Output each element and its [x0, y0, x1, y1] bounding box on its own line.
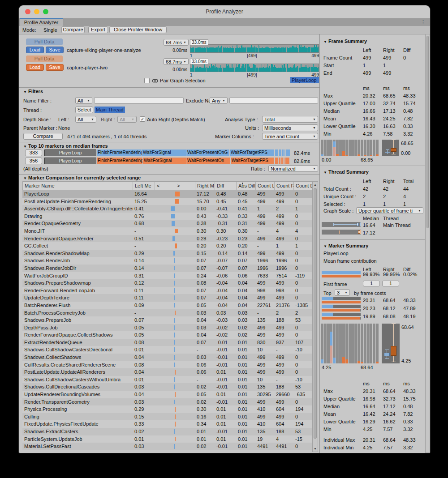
table-row[interactable]: Shadows.PrepareJob0.070.04-0.030.0313518…: [22, 316, 312, 324]
column-header[interactable]: Count R: [275, 182, 294, 190]
table-row[interactable]: Shadows.CollectShadows0.040.03-0.010.014…: [22, 354, 312, 361]
table-row[interactable]: Assembly-CSharp.dll!::Collectable.OnTrig…: [22, 205, 312, 213]
table-row[interactable]: BatchRenderer.Flush0.090.05-0.040.042276…: [22, 302, 312, 309]
frame-number-button[interactable]: 356: [25, 158, 42, 164]
thread-summary-header[interactable]: ▼ Thread Summary: [323, 169, 369, 175]
frame-time-graph-right[interactable]: [190, 64, 319, 72]
table-row[interactable]: Render.TransparentGeometry0.030.02-0.010…: [22, 398, 312, 406]
table-row[interactable]: Mono.JIT-0.300.300.30-44: [22, 227, 312, 235]
scroll-up-icon[interactable]: ▲: [313, 183, 318, 186]
table-row[interactable]: Shadows.RenderShadowMap0.290.15-0.140.14…: [22, 250, 312, 257]
top10-header[interactable]: ▼ Top 10 markers on median frames: [23, 143, 108, 149]
top10-bar[interactable]: PlayerLoopFinishFrameRenderingWaitForSig…: [44, 158, 292, 164]
table-row[interactable]: Physics.Processing0.290.300.010.01410604…: [22, 405, 312, 413]
column-header[interactable]: <: [155, 182, 175, 190]
units-dropdown[interactable]: Milliseconds▼: [262, 124, 318, 131]
column-header[interactable]: Abs Diff: [237, 182, 256, 190]
table-row[interactable]: ParticleSystem.UpdateJob0.010.010.010.01…: [22, 435, 312, 443]
frame-time-graph-left[interactable]: [190, 44, 319, 53]
exclude-mode-dropdown[interactable]: Any▼: [210, 97, 228, 104]
mode-compare-button[interactable]: Compare: [61, 26, 85, 33]
marker-columns-dropdown[interactable]: Time and Count▼: [262, 133, 318, 140]
auto-right-checkbox[interactable]: ✓: [140, 116, 145, 122]
table-row[interactable]: Culling0.150.160.010.014994990: [22, 413, 312, 421]
table-row[interactable]: Drawing0.760.43-0.330.334994990: [22, 213, 312, 220]
frame-number-button[interactable]: 383: [25, 149, 42, 156]
frame-range-dropdown-left[interactable]: 68.7ms▼: [164, 39, 189, 46]
table-row[interactable]: RenderForwardOpaque.Render0.510.28-0.230…: [22, 235, 312, 243]
frame-summary-histogram[interactable]: [321, 140, 379, 156]
table-row[interactable]: Shadows.RenderJob0.140.07-0.070.07199619…: [22, 257, 312, 265]
table-row[interactable]: ExtractRenderNodeQueue0.080.07-0.010.018…: [22, 339, 312, 346]
table-row[interactable]: PostLateUpdate.FinishFrameRendering15.25…: [22, 198, 312, 205]
table-scrollbar-thumb[interactable]: [314, 188, 317, 439]
table-row[interactable]: UpdateRendererBoundingVolumes0.040.050.0…: [22, 391, 312, 398]
table-row[interactable]: Shadows.CullDirectionalCascades0.030.02-…: [22, 383, 312, 391]
table-row[interactable]: FixedUpdate.PhysicsFixedUpdate0.330.340.…: [22, 420, 312, 428]
table-row[interactable]: WaitForJobGroupID0.310.24-0.060.06763375…: [22, 272, 312, 280]
table-scrollbar[interactable]: ▲ ▼: [312, 181, 318, 452]
frame-summary-boxplot[interactable]: [382, 140, 399, 156]
pull-data-left-button[interactable]: Pull Data: [26, 38, 63, 45]
exclude-names-input[interactable]: [229, 97, 318, 104]
marker-summary-boxplot[interactable]: [382, 324, 400, 363]
close-profiler-window-button[interactable]: Close Profiler Window: [109, 26, 167, 33]
filters-header[interactable]: ▼ Filters: [23, 89, 43, 94]
table-row[interactable]: RenderForwardOpaque.CollectShadows0.050.…: [22, 331, 312, 339]
compare-button[interactable]: Compare: [23, 133, 63, 140]
table-row[interactable]: DepthPass.Job0.050.03-0.020.024994990: [22, 324, 312, 332]
table-row[interactable]: Shadows.CullShadowCastersWithoutUmbra0.0…: [22, 376, 312, 384]
column-header[interactable]: Count L: [256, 182, 275, 190]
column-header[interactable]: Count D: [294, 182, 313, 190]
tab-profile-analyzer[interactable]: Profile Analyzer: [20, 18, 63, 26]
mode-single-button[interactable]: Single: [43, 27, 57, 33]
save-left-button[interactable]: Save: [46, 47, 64, 53]
thread-select-button[interactable]: Select: [75, 107, 93, 113]
column-header[interactable]: Diff: [215, 182, 237, 190]
pair-graph-checkbox[interactable]: [144, 78, 150, 83]
graph-scale-dropdown[interactable]: Upper quartile of frame ti▼: [356, 207, 423, 214]
scroll-down-icon[interactable]: ▼: [313, 447, 318, 450]
marker-summary-histogram[interactable]: [321, 324, 379, 363]
save-right-button[interactable]: Save: [46, 64, 64, 71]
load-left-button[interactable]: Load: [26, 47, 44, 53]
panel-scrollbar[interactable]: [425, 34, 430, 453]
kebab-menu-icon[interactable]: ⋮: [421, 19, 426, 25]
table-row[interactable]: GC.Collect-0.200.200.20-11: [22, 242, 312, 250]
ratio-dropdown[interactable]: Normalized▼: [268, 165, 318, 172]
column-header[interactable]: Right M: [195, 182, 215, 190]
table-row[interactable]: Batch.ProcessGeometryJob-0.030.030.03-22: [22, 309, 312, 317]
top-n-dropdown[interactable]: 3▼: [335, 289, 350, 296]
graph-selection-label[interactable]: PlayerLoop: [290, 77, 319, 83]
top10-bar[interactable]: PlayerLoopFinishFrameRenderingWaitForSig…: [44, 149, 292, 156]
table-row[interactable]: Render.OpaqueGeometry0.680.38-0.310.3149…: [22, 220, 312, 227]
table-row[interactable]: UpdateDepthTexture0.110.07-0.040.0449949…: [22, 294, 312, 302]
table-row[interactable]: Shadows.PrepareShadowmap0.120.08-0.040.0…: [22, 279, 312, 287]
first-frame-right-button[interactable]: 1: [382, 281, 399, 286]
table-row[interactable]: Shadows.ExtractCasters0.020.01-0.010.011…: [22, 428, 312, 435]
column-header[interactable]: Left Me: [133, 182, 155, 190]
name-filter-input[interactable]: [94, 97, 184, 104]
column-header[interactable]: Marker Name: [23, 182, 133, 190]
first-frame-left-button[interactable]: 1: [363, 281, 380, 286]
table-row[interactable]: Shadows.RenderJobDir0.140.07-0.070.07199…: [22, 265, 312, 272]
panel-scrollbar-thumb[interactable]: [426, 36, 429, 228]
name-filter-mode-dropdown[interactable]: All▼: [75, 97, 92, 104]
table-row[interactable]: RenderForward.RenderLoopJob0.110.07-0.04…: [22, 287, 312, 294]
table-row[interactable]: PostLateUpdate.UpdateAllRenderers0.040.0…: [22, 368, 312, 376]
analysis-type-dropdown[interactable]: Total▼: [262, 116, 318, 123]
table-row[interactable]: Shadows.CullShadowCastersDirectional0.01…: [22, 346, 312, 354]
load-right-button[interactable]: Load: [26, 64, 44, 71]
frame-range-dropdown-right[interactable]: 68.7ms▼: [164, 58, 189, 65]
frame-summary-header[interactable]: ▼ Frame Summary: [323, 38, 367, 44]
table-row[interactable]: Material.SetPassFast0.030.02-0.010.01449…: [22, 443, 312, 450]
table-row[interactable]: PlayerLoop16.6417.120.480.484994990: [22, 190, 312, 198]
table-row[interactable]: CullResults.CreateSharedRendererScene0.0…: [22, 361, 312, 369]
marker-summary-header[interactable]: ▼ Marker Summary: [323, 243, 368, 248]
export-button[interactable]: Export: [88, 26, 108, 33]
marker-comparison-header[interactable]: ▼ Marker Comparison for currently select…: [23, 175, 141, 180]
depth-left-dropdown[interactable]: All▼: [75, 116, 96, 123]
thread-value[interactable]: Main Thread: [95, 107, 125, 113]
pull-data-right-button[interactable]: Pull Data: [26, 55, 63, 62]
column-header[interactable]: >: [175, 182, 195, 190]
